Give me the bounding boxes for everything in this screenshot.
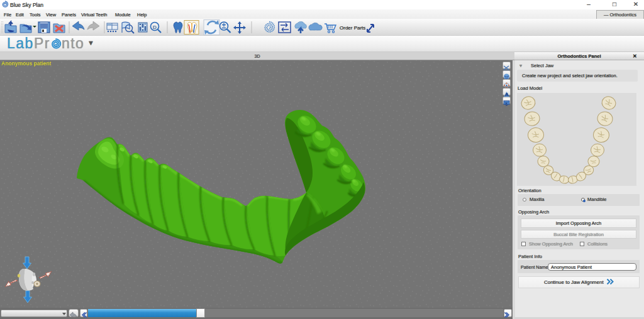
svg-text:Order Parts: Order Parts (340, 25, 365, 31)
svg-text:D: D (153, 24, 157, 30)
